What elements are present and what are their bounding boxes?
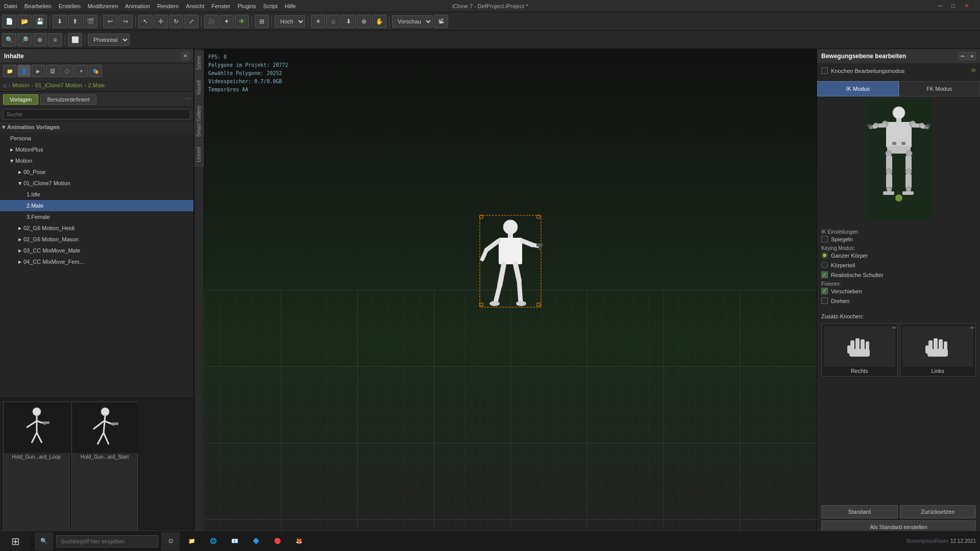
taskbar-icon6[interactable]: 🦊 (290, 532, 308, 550)
ik-modus-tab[interactable]: IK Modus (817, 81, 899, 96)
person-icon-tab[interactable]: 👤 (17, 65, 31, 77)
tb2-btn3[interactable]: ⊕ (33, 33, 47, 46)
scale-btn[interactable]: ⤢ (184, 15, 199, 28)
zoom-btn[interactable]: ⊕ (357, 15, 371, 28)
save-btn[interactable]: 💾 (33, 15, 47, 28)
mesh-icon-tab[interactable]: ⬡ (60, 65, 74, 77)
refresh-icon[interactable]: ⟳ (971, 67, 976, 74)
menu-plugins[interactable]: Plugins (238, 3, 256, 9)
anim-icon-tab[interactable]: ▶ (32, 65, 45, 77)
win-close[interactable]: ✕ (964, 3, 969, 9)
tree-motionplus[interactable]: ▶ MotionPlus (0, 144, 193, 155)
viewport-canvas[interactable]: FPS: 0 Polygone im Projekt: 20772 Gewähl… (204, 49, 817, 531)
side-tab-smartgallery[interactable]: Smart Gallery (194, 101, 204, 141)
side-tab-szene[interactable]: Szene (194, 51, 204, 74)
win-maximize[interactable]: □ (951, 3, 955, 9)
thumb-1[interactable]: Hold_Gun...ard_Start (71, 402, 138, 533)
tb2-frame-btn[interactable]: ⬜ (68, 33, 82, 46)
fx-icon-tab[interactable]: ✦ (75, 65, 88, 77)
grid-btn[interactable]: ⊞ (255, 15, 269, 28)
render-btn[interactable]: 🎬 (83, 15, 97, 28)
light-btn[interactable]: ✦ (219, 15, 234, 28)
fk-modus-tab[interactable]: FK Modus (899, 81, 981, 96)
close-right-panel[interactable]: ✕ (968, 52, 976, 60)
taskview-btn[interactable]: ⊡ (161, 532, 180, 550)
tb2-btn4[interactable]: ≡ (48, 33, 62, 46)
video-btn[interactable]: 📽 (434, 15, 448, 28)
menu-animation[interactable]: Animation (125, 3, 150, 9)
thumb-0[interactable]: Hold_Gun...ard_Loop (3, 402, 69, 533)
realistische-schulter-checkbox[interactable]: ✓ (821, 271, 828, 278)
tree-1idle[interactable]: 1.Idle (0, 189, 193, 200)
male-crumb[interactable]: 2.Male (88, 82, 105, 88)
taskbar-icon2[interactable]: 🌐 (204, 532, 223, 550)
edit-icon[interactable]: ✏ (959, 52, 967, 60)
ganzer-koerper-radio[interactable] (821, 252, 828, 259)
taskbar-icon5[interactable]: 🔴 (268, 532, 287, 550)
preview-dropdown[interactable]: Vorschau (392, 15, 433, 28)
folder-icon-tab[interactable]: 📁 (3, 65, 16, 77)
open-btn[interactable]: 📂 (17, 15, 32, 28)
tree-g6-heidi[interactable]: ▶ 02_G6 Motion_Heidi (0, 222, 193, 234)
img-icon-tab[interactable]: 🖼 (46, 65, 59, 77)
new-btn[interactable]: 📄 (2, 15, 16, 28)
close-left-panel[interactable]: ✕ (181, 52, 189, 60)
vorlagen-tab[interactable]: Vorlagen (3, 94, 38, 105)
home-crumb[interactable]: ⌂ (3, 82, 7, 88)
menu-erstellen[interactable]: Erstellen (59, 3, 81, 9)
motion-crumb[interactable]: Motion (12, 82, 29, 88)
tree-00pose[interactable]: ▶ 00_Pose (0, 166, 193, 178)
taskbar-icon4[interactable]: 🔷 (247, 532, 265, 550)
export-btn[interactable]: ⬆ (68, 15, 82, 28)
side-tab-unreel[interactable]: Unreel (194, 142, 204, 166)
menu-fenster[interactable]: Fenster (211, 3, 230, 9)
spiegeln-checkbox[interactable] (821, 236, 828, 242)
menu-hilfe[interactable]: Hilfe (285, 3, 296, 9)
taskbar-search[interactable]: 🔍 (35, 532, 53, 550)
search-input[interactable] (3, 109, 190, 119)
benutzerdefiniert-tab[interactable]: Benutzerdefiniert (40, 94, 96, 105)
tree-3female[interactable]: 3.Female (0, 211, 193, 222)
menu-modifizieren[interactable]: Modifizieren (88, 3, 118, 9)
eye-btn[interactable]: 👁 (235, 15, 249, 28)
menu-ansicht[interactable]: Ansicht (186, 3, 204, 9)
menu-datei[interactable]: Datei (4, 3, 17, 9)
taskbar-icon3[interactable]: 📧 (226, 532, 244, 550)
tree-cc-male[interactable]: ▶ 03_CC MixMove_Male (0, 245, 193, 256)
verschieben-checkbox[interactable]: ✓ (821, 288, 828, 294)
camera-btn[interactable]: 🎥 (204, 15, 218, 28)
tree-anim-vorlagen[interactable]: ▶ Animation Vorlagen (0, 121, 193, 133)
taskbar-search-input[interactable] (56, 535, 158, 547)
taskbar-icon1[interactable]: 📁 (183, 532, 201, 550)
hand-edit-icon-links[interactable]: ✏ (970, 325, 974, 331)
category-options[interactable]: ⋯ (185, 96, 190, 103)
undo-btn[interactable]: ↩ (103, 15, 117, 28)
iclone-motion-crumb[interactable]: 01_iClone7 Motion (35, 82, 82, 88)
hand-edit-icon-rechts[interactable]: ✏ (892, 325, 896, 331)
pan-btn[interactable]: ✋ (372, 15, 386, 28)
tree-motion[interactable]: ▶ Motion (0, 155, 193, 166)
menu-rendern[interactable]: Rendern (157, 3, 179, 9)
standard-button[interactable]: Standard (821, 505, 898, 518)
start-button[interactable]: ⊞ (0, 531, 31, 552)
viewport[interactable]: FPS: 0 Polygone im Projekt: 20772 Gewähl… (204, 49, 817, 551)
win-minimize[interactable]: ─ (939, 3, 943, 9)
knochen-checkbox[interactable] (821, 67, 828, 74)
import-btn[interactable]: ⬇ (53, 15, 67, 28)
home-btn[interactable]: ⌂ (326, 15, 340, 28)
select-btn[interactable]: ↖ (138, 15, 153, 28)
tree-iclone7[interactable]: ▶ 01_iClone7 Motion (0, 178, 193, 189)
tree-g6-mason[interactable]: ▶ 02_G6 Motion_Mason (0, 234, 193, 245)
tb2-btn2[interactable]: 🔎 (17, 33, 32, 46)
dl-btn[interactable]: ⬇ (341, 15, 356, 28)
move-btn[interactable]: ✛ (154, 15, 168, 28)
drehen-checkbox[interactable] (821, 297, 828, 304)
redo-btn[interactable]: ↪ (118, 15, 133, 28)
side-tab-visuell[interactable]: Visuell (194, 76, 204, 99)
rotate-btn[interactable]: ↻ (169, 15, 183, 28)
zuruecksetzen-button[interactable]: Zurücksetzen (900, 505, 976, 518)
sun-btn[interactable]: ☀ (311, 15, 325, 28)
misc-icon-tab[interactable]: 🎭 (89, 65, 102, 77)
tree-cc-fem[interactable]: ▶ 04_CC MixMove_Fem... (0, 256, 193, 267)
tb2-btn1[interactable]: 🔍 (2, 33, 16, 46)
